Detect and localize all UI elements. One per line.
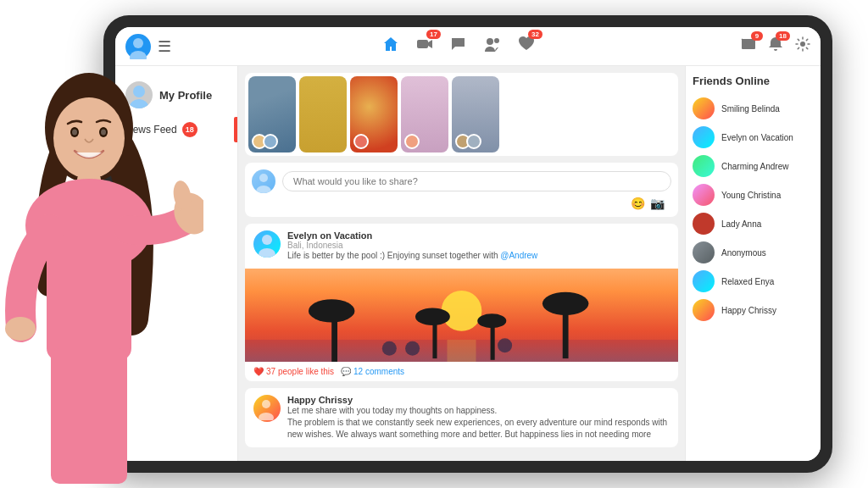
post-1-likes-count: 37 people like this [266, 367, 334, 376]
friend-avatar-2 [693, 155, 715, 177]
friend-name-0: Smiling Belinda [721, 104, 780, 114]
svg-point-27 [405, 341, 420, 356]
post-1-text: Life is better by the pool :) Enjoying s… [287, 250, 537, 262]
center-feed: 😊 📷 Evelyn on Vacat [238, 66, 685, 461]
friend-item-1[interactable]: Evelyn on Vacation [693, 123, 814, 152]
friend-avatar-5 [693, 241, 715, 263]
friend-item-6[interactable]: Relaxed Enya [693, 267, 814, 296]
story-item-5[interactable] [452, 76, 499, 152]
svg-point-29 [262, 400, 270, 408]
post-1-comments-count: 12 comments [353, 367, 404, 376]
post-2-avatar [253, 395, 281, 422]
svg-point-12 [262, 235, 272, 245]
main-content: My Profile News Feed 18 [115, 66, 821, 461]
friends-nav-icon[interactable] [483, 35, 502, 58]
friend-avatar-4 [693, 213, 715, 235]
camera-icon[interactable]: 📷 [650, 197, 665, 210]
post-1-like[interactable]: ❤️ 37 people like this [253, 367, 334, 376]
post-1-image [245, 269, 678, 362]
friend-item-5[interactable]: Anonymous [693, 238, 814, 267]
video-nav-icon[interactable]: 17 [415, 35, 434, 58]
svg-rect-44 [51, 348, 127, 484]
top-nav: ☰ 17 [115, 27, 821, 66]
story-item-3[interactable] [350, 76, 398, 152]
svg-point-42 [72, 130, 77, 136]
friend-item-0[interactable]: Smiling Belinda [693, 94, 814, 123]
post-1-author: Evelyn on Vacation [287, 230, 537, 241]
sidebar-active-indicator [234, 117, 237, 142]
svg-rect-34 [47, 225, 131, 361]
post-1-text-block: Evelyn on Vacation Bali, Indonesia Life … [287, 230, 537, 262]
friend-name-1: Evelyn on Vacation [721, 133, 793, 142]
friend-name-4: Lady Anna [721, 219, 761, 229]
svg-point-7 [800, 42, 805, 47]
post-2-text: Let me share with you today my thoughts … [287, 405, 670, 441]
nav-right: 9 18 [741, 36, 810, 56]
friend-name-3: Young Christina [721, 191, 781, 200]
compose-input-row [252, 169, 671, 193]
post-1-header: Evelyn on Vacation Bali, Indonesia Life … [245, 224, 678, 269]
svg-marker-3 [428, 40, 432, 48]
svg-point-28 [498, 338, 512, 352]
tablet-frame: ☰ 17 [103, 15, 832, 473]
svg-point-21 [542, 292, 589, 315]
post-1-avatar [253, 230, 281, 258]
notifications-nav-icon[interactable]: 18 [768, 36, 783, 56]
friend-avatar-0 [693, 97, 715, 119]
svg-point-23 [415, 308, 450, 324]
post-1-mention[interactable]: @Andrew [500, 251, 537, 260]
emoji-icon[interactable]: 😊 [631, 197, 645, 210]
post-1-actions: ❤️ 37 people like this 💬 12 comments [245, 362, 678, 381]
svg-rect-37 [178, 208, 203, 227]
post-1-comments[interactable]: 💬 12 comments [341, 367, 404, 376]
svg-point-11 [256, 186, 271, 193]
settings-nav-icon[interactable] [795, 36, 810, 56]
friend-avatar-7 [693, 299, 715, 321]
friend-avatar-6 [693, 270, 715, 292]
svg-point-15 [442, 291, 482, 331]
friend-name-6: Relaxed Enya [721, 277, 774, 286]
svg-point-30 [259, 413, 274, 420]
tablet-screen: ☰ 17 [115, 27, 821, 461]
messages-badge: 9 [751, 31, 763, 41]
post-2-text-block: Happy Chrissy Let me share with you toda… [287, 395, 670, 441]
video-badge: 17 [426, 30, 441, 39]
compose-avatar [252, 169, 275, 193]
home-nav-icon[interactable] [381, 35, 400, 58]
friend-avatar-3 [693, 184, 715, 206]
compose-input[interactable] [282, 171, 671, 191]
friend-name-2: Charming Andrew [721, 162, 788, 171]
story-item-2[interactable] [299, 76, 347, 152]
post-1-sunset [245, 269, 678, 362]
friends-title: Friends Online [693, 75, 814, 87]
svg-point-10 [259, 174, 268, 182]
messages-nav-icon[interactable]: 9 [741, 36, 756, 56]
svg-point-43 [101, 130, 106, 136]
person-illustration [0, 47, 203, 488]
svg-point-25 [477, 313, 506, 328]
post-2-header: Happy Chrissy Let me share with you toda… [245, 388, 678, 447]
friend-name-5: Anonymous [721, 248, 766, 258]
friend-name-7: Happy Chrissy [721, 306, 776, 315]
svg-point-38 [5, 317, 36, 341]
heart-nav-icon[interactable]: 32 [517, 35, 536, 58]
post-compose: 😊 📷 [245, 163, 678, 217]
notifications-badge: 18 [776, 31, 790, 41]
svg-rect-17 [447, 340, 476, 362]
svg-point-26 [382, 341, 397, 356]
nav-icons: 17 [183, 35, 734, 58]
story-item-4[interactable] [401, 76, 448, 152]
post-card-2: Happy Chrissy Let me share with you toda… [245, 388, 678, 447]
friend-avatar-1 [693, 126, 715, 148]
friends-panel: Friends Online Smiling Belinda Evelyn on… [685, 66, 821, 461]
friend-item-4[interactable]: Lady Anna [693, 209, 814, 238]
friend-item-7[interactable]: Happy Chrissy [693, 296, 814, 324]
svg-point-5 [494, 38, 499, 43]
svg-rect-2 [417, 40, 428, 48]
friend-item-2[interactable]: Charming Andrew [693, 152, 814, 180]
post-card-1: Evelyn on Vacation Bali, Indonesia Life … [245, 224, 678, 381]
post-1-location: Bali, Indonesia [287, 241, 537, 250]
chat-nav-icon[interactable] [449, 35, 468, 58]
friend-item-3[interactable]: Young Christina [693, 180, 814, 209]
story-item-1[interactable] [248, 76, 296, 152]
